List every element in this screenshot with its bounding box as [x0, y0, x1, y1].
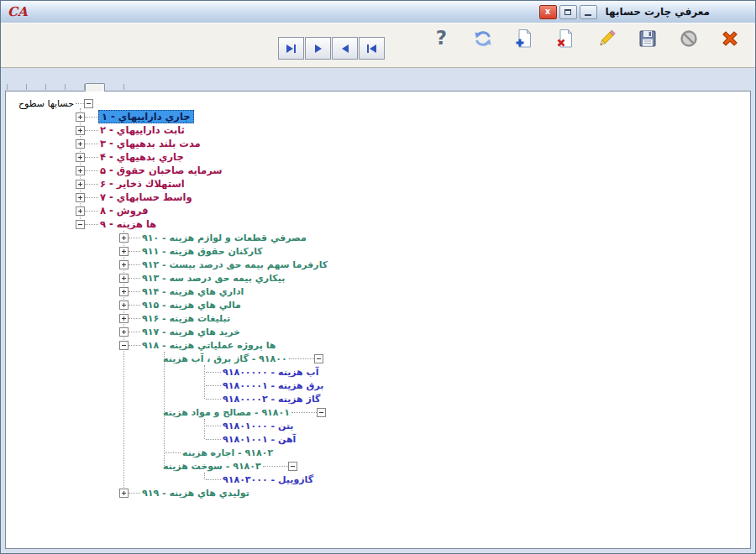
tree-node-label[interactable]: ۹۱۷ - هزينه هاي خريد	[140, 327, 242, 337]
tree-node-label[interactable]: ۶ - ذخاير استهلاك	[98, 178, 186, 190]
tree-node-label[interactable]: ۹۱۸۰۰۰۰۲ - هزينه گاز	[221, 394, 322, 405]
tree-expand-box[interactable]	[119, 247, 129, 256]
toolbar-button-save[interactable]	[627, 25, 668, 67]
tab-2[interactable]	[46, 84, 66, 90]
tree-node-label[interactable]: ۹۱۸۰۱۰۰۰ - بتن	[221, 421, 296, 431]
tree-row: ۲ - داراييهاي ثابت	[76, 123, 186, 137]
nav-next-button[interactable]	[305, 37, 331, 60]
tree-expand-box[interactable]	[119, 327, 129, 337]
tree-node-label[interactable]: ۹۱۳ - سه درصد حق بيمه بيكاري	[140, 273, 286, 284]
tree-leader-dots	[85, 170, 98, 171]
tree-collapse-box[interactable]	[317, 408, 326, 417]
tree-node-label[interactable]: ۹۱۱ - هزينه حقوق كاركنان	[140, 246, 265, 257]
tree-node-label[interactable]: ۷ - حسابهاي واسط	[98, 191, 194, 203]
tree-row: سطوح حسابها	[17, 97, 93, 110]
toolbar-button-exit[interactable]	[709, 25, 750, 67]
tree-expand-box[interactable]	[76, 126, 85, 135]
maximize-button[interactable]	[559, 5, 577, 19]
tree-node-label[interactable]: هزينه اجاره - ۹۱۸۰۲	[181, 447, 275, 458]
tree-node-label[interactable]: ۹۱۸۰۳۰۰۰ - گازوييل	[221, 474, 315, 485]
tree-collapse-box[interactable]	[288, 462, 297, 471]
tree-node-label[interactable]: سطوح حسابها	[17, 98, 76, 109]
tree-expand-box[interactable]	[76, 139, 85, 149]
tab-5[interactable]	[105, 84, 124, 90]
minimize-button[interactable]	[580, 5, 597, 19]
tree-leader-dots	[85, 144, 98, 144]
tree-row: ۶ - ذخاير استهلاك	[76, 177, 186, 191]
tree-node-label[interactable]: هزينه سوخت - ۹۱۸۰۳	[161, 461, 263, 472]
tree-node-label[interactable]: ۹۱۸۰۰۰۰۱ - هزينه برق	[221, 380, 325, 391]
tree-leader-dots	[289, 358, 314, 359]
tree-node-label[interactable]: ۹۱۸۰۰۰۰۰ - هزينه آب	[221, 367, 320, 378]
tree-leader-dots	[291, 412, 317, 413]
tree-expand-box[interactable]	[76, 206, 85, 216]
toolbar-button-edit[interactable]	[585, 25, 627, 67]
tab-0[interactable]	[7, 84, 27, 90]
tree-leader-dots	[85, 211, 98, 212]
tree-leader-dots	[263, 466, 288, 467]
tree-node-label-selected[interactable]: ۱ - داراييهاي جاري	[98, 110, 194, 123]
tree-node-label[interactable]: ۲ - داراييهاي ثابت	[98, 124, 186, 136]
toolbar-button-help[interactable]: ?	[421, 25, 462, 67]
tree-expand-box[interactable]	[119, 301, 129, 310]
tree-node-label[interactable]: ۹ - هزينه ها	[98, 218, 158, 230]
tree-leader-dots	[206, 399, 221, 400]
toolbar-button-new[interactable]	[503, 25, 544, 67]
tree-node-label[interactable]: ۵ - حقوق صاحبان سرمايه	[98, 165, 224, 176]
tree-node-label[interactable]: ۹۱۲ - بيست درصد حق بيمه سهم كارفرما	[140, 259, 329, 270]
tree-expand-box[interactable]	[119, 287, 129, 296]
tree-node-label[interactable]: ۴ - بدهيهاي جاري	[98, 151, 186, 163]
tree-leader-dots	[129, 238, 140, 238]
tree-row: ۸ - فروش	[76, 204, 150, 217]
tree-node-label[interactable]: ۹۱۸۰۱۰۰۱ - آهن	[221, 434, 297, 445]
tree-node-label[interactable]: ۳ - بدهيهاي بلند مدت	[98, 138, 202, 149]
tree-expand-box[interactable]	[76, 180, 85, 189]
tree-expand-box[interactable]	[76, 193, 85, 202]
tree-node-label[interactable]: ۹۱۰ - هزينه لوازم و قطعات مصرفي	[140, 233, 308, 243]
tab-3[interactable]	[66, 84, 85, 90]
tree-collapse-box[interactable]	[76, 220, 85, 229]
tree-expand-box[interactable]	[119, 233, 129, 243]
tab-1[interactable]	[27, 84, 46, 90]
tree-expand-box[interactable]	[119, 489, 129, 498]
tree-node-label[interactable]: ۹۱۵ - هزينه هاي مالي	[140, 300, 243, 311]
tree-row: ۹۱۳ - سه درصد حق بيمه بيكاري	[119, 271, 286, 285]
tree-row: ۴ - بدهيهاي جاري	[76, 150, 186, 164]
toolbar-button-refresh[interactable]	[462, 25, 503, 67]
save-icon	[636, 27, 659, 50]
tree-row: ۹۱۷ - هزينه هاي خريد	[119, 325, 242, 338]
tree-leader-dots	[85, 117, 98, 118]
tree-row: ۹۱۸۰۰۰۰۰ - هزينه آب	[206, 365, 320, 379]
tree-row: ۹ - هزينه ها	[76, 217, 158, 231]
tree-node-label[interactable]: ۹۱۶ - هزينه تبليغات	[140, 313, 232, 324]
toolbar-button-cancel[interactable]	[668, 25, 709, 67]
tree-node-label[interactable]: ۹۱۴ - هزينه هاي اداري	[140, 286, 245, 297]
tab-4[interactable]	[85, 83, 105, 91]
toolbar-button-delete[interactable]	[544, 25, 585, 67]
nav-last-button[interactable]	[278, 37, 304, 60]
tree-node-label[interactable]: هزينه مواد و مصالح - ۹۱۸۰۱	[161, 407, 291, 418]
tree-expand-box[interactable]	[76, 166, 85, 175]
tree-node-label[interactable]: ۹۱۸ - هزينه عملياتي پروژه ها	[140, 340, 277, 351]
tree-row: ۹۱۸۰۰۰۰۱ - هزينه برق	[206, 379, 325, 392]
tree-expand-box[interactable]	[76, 112, 85, 122]
tree-node-label[interactable]: ۸ - فروش	[98, 205, 150, 217]
help-icon: ?	[430, 27, 453, 50]
tree-expand-box[interactable]	[119, 274, 129, 283]
tree-expand-box[interactable]	[76, 153, 85, 162]
tree-row: ۹۱۰ - هزينه لوازم و قطعات مصرفي	[119, 231, 308, 244]
nav-prev-button[interactable]	[332, 37, 358, 60]
close-button[interactable]: x	[539, 5, 557, 19]
tree-expand-box[interactable]	[119, 314, 129, 323]
toolbar-buttons: ?	[421, 25, 750, 67]
tree-row: هزينه سوخت - ۹۱۸۰۳	[161, 459, 297, 473]
nav-first-button[interactable]	[359, 37, 385, 60]
tree-node-label[interactable]: ۹۱۹ - هزينه هاي توليدي	[140, 488, 251, 499]
tree-expand-box[interactable]	[119, 260, 129, 269]
tree-row: ۳ - بدهيهاي بلند مدت	[76, 137, 202, 150]
tree-node-label[interactable]: هزينه آب ، برق گاز - ۹۱۸۰۰	[161, 353, 289, 364]
tree-collapse-box[interactable]	[314, 354, 323, 363]
tree-collapse-box[interactable]	[84, 99, 93, 108]
tree-leader-dots	[206, 372, 221, 373]
tree-collapse-box[interactable]	[119, 341, 129, 350]
